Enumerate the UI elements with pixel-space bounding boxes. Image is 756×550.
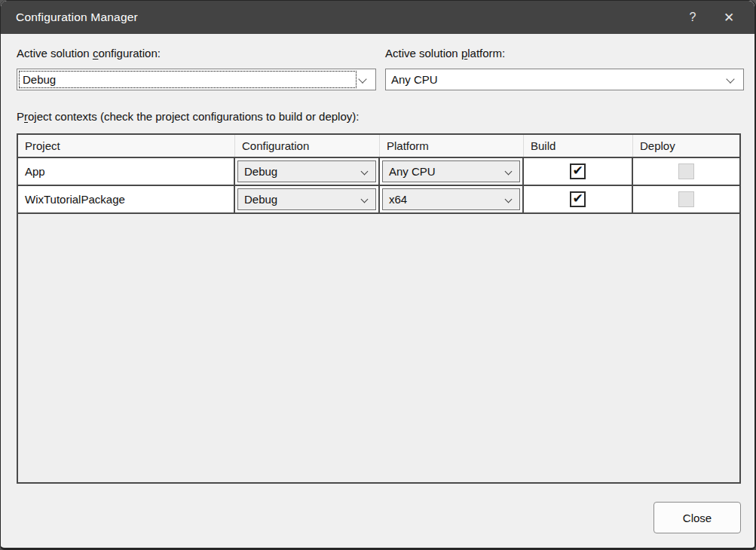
row-platform-combobox[interactable]: Any CPU	[382, 160, 520, 182]
configuration-cell: Debug	[235, 158, 380, 185]
active-configuration-label: Active solution configuration:	[17, 47, 161, 60]
chevron-down-icon	[505, 168, 513, 176]
close-dialog-button[interactable]: Close	[653, 502, 741, 533]
chevron-down-icon	[358, 75, 366, 83]
project-contexts-table: Project Configuration Platform Build Dep…	[17, 133, 741, 484]
deploy-checkbox: ✔	[678, 191, 694, 207]
active-configuration-value: Debug	[23, 73, 56, 86]
chevron-down-icon	[361, 196, 369, 203]
checkmark-icon: ✔	[572, 192, 583, 205]
platform-cell: Any CPU	[380, 158, 524, 185]
help-button[interactable]: ?	[675, 1, 711, 34]
title-bar: Configuration Manager ? ✕	[1, 1, 754, 34]
configuration-cell: Debug	[235, 186, 380, 212]
window-controls: ? ✕	[675, 1, 747, 34]
row-platform-combobox[interactable]: x64	[382, 188, 520, 210]
chevron-down-icon	[361, 168, 369, 176]
project-contexts-label: Project contexts (check the project conf…	[17, 110, 359, 123]
table-header-row: Project Configuration Platform Build Dep…	[18, 135, 739, 158]
row-configuration-combobox[interactable]: Debug	[237, 188, 376, 210]
active-platform-label: Active solution platform:	[385, 47, 505, 60]
column-header-deploy: Deploy	[633, 135, 739, 157]
window-title: Configuration Manager	[16, 11, 138, 24]
active-platform-value: Any CPU	[391, 73, 438, 86]
build-cell: ✔	[524, 186, 633, 212]
chevron-down-icon	[726, 75, 734, 83]
build-checkbox[interactable]: ✔	[570, 163, 586, 179]
configuration-manager-dialog: Configuration Manager ? ✕ Active solutio…	[0, 0, 756, 550]
active-platform-combobox[interactable]: Any CPU	[385, 69, 744, 90]
window-close-button[interactable]: ✕	[711, 1, 747, 34]
column-header-project: Project	[18, 135, 235, 157]
help-icon: ?	[690, 11, 696, 24]
table-row[interactable]: App Debug Any CPU ✔	[18, 158, 739, 186]
deploy-cell: ✔	[633, 186, 739, 212]
deploy-checkbox: ✔	[678, 163, 694, 179]
project-name-cell[interactable]: WixTutorialPackage	[18, 186, 235, 212]
platform-cell: x64	[380, 186, 524, 212]
active-configuration-combobox[interactable]: Debug	[17, 69, 376, 90]
row-configuration-combobox[interactable]: Debug	[237, 160, 376, 182]
build-cell: ✔	[524, 158, 633, 185]
column-header-platform: Platform	[380, 135, 524, 157]
chevron-down-icon	[505, 196, 513, 203]
checkmark-icon: ✔	[572, 164, 583, 177]
column-header-configuration: Configuration	[235, 135, 380, 157]
build-checkbox[interactable]: ✔	[570, 191, 586, 207]
project-name-cell[interactable]: App	[18, 158, 235, 185]
column-header-build: Build	[524, 135, 633, 157]
table-row[interactable]: WixTutorialPackage Debug x64 ✔	[18, 186, 739, 214]
deploy-cell: ✔	[633, 158, 739, 185]
close-icon: ✕	[724, 10, 734, 26]
focus-rectangle	[19, 71, 357, 88]
